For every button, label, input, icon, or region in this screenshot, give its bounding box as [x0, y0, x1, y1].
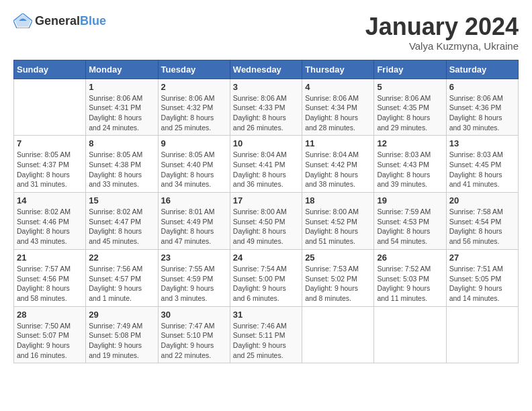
day-number: 10 — [233, 138, 299, 148]
calendar-cell: 9Sunrise: 8:05 AMSunset: 4:40 PMDaylight… — [158, 136, 230, 193]
day-info: Sunrise: 8:06 AMSunset: 4:31 PMDaylight:… — [89, 93, 154, 133]
calendar-cell: 15Sunrise: 8:02 AMSunset: 4:47 PMDayligh… — [86, 193, 158, 250]
day-info: Sunrise: 8:00 AMSunset: 4:50 PMDaylight:… — [233, 207, 299, 246]
day-info: Sunrise: 8:05 AMSunset: 4:40 PMDaylight:… — [161, 150, 227, 189]
calendar-cell: 13Sunrise: 8:03 AMSunset: 4:45 PMDayligh… — [446, 136, 518, 193]
title-block: January 2024 Valya Kuzmyna, Ukraine — [365, 13, 519, 52]
day-info: Sunrise: 8:06 AMSunset: 4:36 PMDaylight:… — [449, 93, 515, 133]
day-number: 27 — [449, 253, 515, 263]
day-info: Sunrise: 7:59 AMSunset: 4:53 PMDaylight:… — [377, 207, 443, 246]
day-number: 3 — [233, 82, 299, 92]
calendar-week-row: 28Sunrise: 7:50 AMSunset: 5:07 PMDayligh… — [14, 306, 519, 363]
day-info: Sunrise: 8:06 AMSunset: 4:35 PMDaylight:… — [377, 93, 443, 133]
calendar-cell: 7Sunrise: 8:05 AMSunset: 4:37 PMDaylight… — [14, 136, 86, 193]
calendar-cell: 26Sunrise: 7:52 AMSunset: 5:03 PMDayligh… — [374, 249, 446, 306]
day-number: 24 — [233, 253, 299, 263]
calendar-cell: 8Sunrise: 8:05 AMSunset: 4:38 PMDaylight… — [86, 136, 158, 193]
day-number: 25 — [305, 253, 371, 263]
day-number: 5 — [377, 82, 443, 92]
month-title: January 2024 — [365, 13, 519, 40]
day-number: 9 — [161, 138, 227, 148]
calendar-cell: 23Sunrise: 7:55 AMSunset: 4:59 PMDayligh… — [158, 249, 230, 306]
logo-general-text: General — [35, 14, 80, 28]
day-info: Sunrise: 7:50 AMSunset: 5:07 PMDaylight:… — [17, 321, 83, 361]
page-header: GeneralBlue January 2024 Valya Kuzmyna, … — [13, 13, 519, 52]
day-info: Sunrise: 7:55 AMSunset: 4:59 PMDaylight:… — [161, 264, 227, 304]
day-number: 30 — [161, 310, 227, 320]
day-number: 8 — [89, 138, 154, 148]
day-number: 11 — [305, 138, 371, 148]
day-number: 28 — [17, 310, 83, 320]
calendar-week-row: 7Sunrise: 8:05 AMSunset: 4:37 PMDaylight… — [14, 136, 519, 193]
calendar-cell: 18Sunrise: 8:00 AMSunset: 4:52 PMDayligh… — [302, 193, 374, 250]
day-number: 31 — [233, 310, 299, 320]
day-info: Sunrise: 8:06 AMSunset: 4:33 PMDaylight:… — [233, 93, 299, 133]
calendar-cell: 29Sunrise: 7:49 AMSunset: 5:08 PMDayligh… — [86, 306, 158, 363]
day-info: Sunrise: 7:47 AMSunset: 5:10 PMDaylight:… — [161, 321, 227, 361]
day-number: 16 — [161, 195, 227, 205]
day-number: 1 — [89, 82, 154, 92]
day-info: Sunrise: 8:01 AMSunset: 4:49 PMDaylight:… — [161, 207, 227, 246]
calendar-table: SundayMondayTuesdayWednesdayThursdayFrid… — [13, 60, 519, 364]
day-info: Sunrise: 7:58 AMSunset: 4:54 PMDaylight:… — [449, 207, 515, 246]
day-number: 12 — [377, 138, 443, 148]
day-number: 23 — [161, 253, 227, 263]
day-number: 6 — [449, 82, 515, 92]
weekday-header: Wednesday — [230, 60, 302, 79]
calendar-cell: 16Sunrise: 8:01 AMSunset: 4:49 PMDayligh… — [158, 193, 230, 250]
weekday-header: Monday — [86, 60, 158, 79]
calendar-week-row: 1Sunrise: 8:06 AMSunset: 4:31 PMDaylight… — [14, 79, 519, 136]
day-number: 7 — [17, 138, 83, 148]
logo-icon — [13, 13, 32, 28]
day-info: Sunrise: 8:02 AMSunset: 4:47 PMDaylight:… — [89, 207, 154, 246]
day-number: 18 — [305, 195, 371, 205]
calendar-cell: 28Sunrise: 7:50 AMSunset: 5:07 PMDayligh… — [14, 306, 86, 363]
weekday-header: Sunday — [14, 60, 86, 79]
day-info: Sunrise: 8:00 AMSunset: 4:52 PMDaylight:… — [305, 207, 371, 246]
day-info: Sunrise: 7:49 AMSunset: 5:08 PMDaylight:… — [89, 321, 154, 361]
calendar-cell — [302, 306, 374, 363]
calendar-cell: 22Sunrise: 7:56 AMSunset: 4:57 PMDayligh… — [86, 249, 158, 306]
calendar-cell: 5Sunrise: 8:06 AMSunset: 4:35 PMDaylight… — [374, 79, 446, 136]
day-number: 19 — [377, 195, 443, 205]
day-number: 26 — [377, 253, 443, 263]
calendar-cell: 3Sunrise: 8:06 AMSunset: 4:33 PMDaylight… — [230, 79, 302, 136]
calendar-cell: 19Sunrise: 7:59 AMSunset: 4:53 PMDayligh… — [374, 193, 446, 250]
calendar-cell: 14Sunrise: 8:02 AMSunset: 4:46 PMDayligh… — [14, 193, 86, 250]
calendar-week-row: 14Sunrise: 8:02 AMSunset: 4:46 PMDayligh… — [14, 193, 519, 250]
calendar-cell: 25Sunrise: 7:53 AMSunset: 5:02 PMDayligh… — [302, 249, 374, 306]
day-info: Sunrise: 7:54 AMSunset: 5:00 PMDaylight:… — [233, 264, 299, 304]
day-info: Sunrise: 7:46 AMSunset: 5:11 PMDaylight:… — [233, 321, 299, 361]
day-info: Sunrise: 7:57 AMSunset: 4:56 PMDaylight:… — [17, 264, 83, 304]
day-info: Sunrise: 8:03 AMSunset: 4:43 PMDaylight:… — [377, 150, 443, 189]
day-number: 17 — [233, 195, 299, 205]
day-number: 21 — [17, 253, 83, 263]
calendar-week-row: 21Sunrise: 7:57 AMSunset: 4:56 PMDayligh… — [14, 249, 519, 306]
day-info: Sunrise: 7:53 AMSunset: 5:02 PMDaylight:… — [305, 264, 371, 304]
day-info: Sunrise: 7:52 AMSunset: 5:03 PMDaylight:… — [377, 264, 443, 304]
day-info: Sunrise: 8:06 AMSunset: 4:34 PMDaylight:… — [305, 93, 371, 133]
day-number: 15 — [89, 195, 154, 205]
logo-blue-text: Blue — [80, 14, 106, 28]
calendar-cell: 30Sunrise: 7:47 AMSunset: 5:10 PMDayligh… — [158, 306, 230, 363]
calendar-cell: 20Sunrise: 7:58 AMSunset: 4:54 PMDayligh… — [446, 193, 518, 250]
calendar-cell: 17Sunrise: 8:00 AMSunset: 4:50 PMDayligh… — [230, 193, 302, 250]
weekday-header-row: SundayMondayTuesdayWednesdayThursdayFrid… — [14, 60, 519, 79]
day-number: 29 — [89, 310, 154, 320]
day-info: Sunrise: 8:05 AMSunset: 4:38 PMDaylight:… — [89, 150, 154, 189]
logo: GeneralBlue — [13, 13, 106, 28]
day-number: 2 — [161, 82, 227, 92]
day-number: 20 — [449, 195, 515, 205]
weekday-header: Thursday — [302, 60, 374, 79]
day-number: 4 — [305, 82, 371, 92]
day-number: 14 — [17, 195, 83, 205]
calendar-cell: 1Sunrise: 8:06 AMSunset: 4:31 PMDaylight… — [86, 79, 158, 136]
day-info: Sunrise: 7:51 AMSunset: 5:05 PMDaylight:… — [449, 264, 515, 304]
calendar-cell: 2Sunrise: 8:06 AMSunset: 4:32 PMDaylight… — [158, 79, 230, 136]
calendar-cell: 31Sunrise: 7:46 AMSunset: 5:11 PMDayligh… — [230, 306, 302, 363]
weekday-header: Saturday — [446, 60, 518, 79]
day-info: Sunrise: 8:04 AMSunset: 4:41 PMDaylight:… — [233, 150, 299, 189]
day-number: 13 — [449, 138, 515, 148]
calendar-cell: 11Sunrise: 8:04 AMSunset: 4:42 PMDayligh… — [302, 136, 374, 193]
day-info: Sunrise: 8:02 AMSunset: 4:46 PMDaylight:… — [17, 207, 83, 246]
